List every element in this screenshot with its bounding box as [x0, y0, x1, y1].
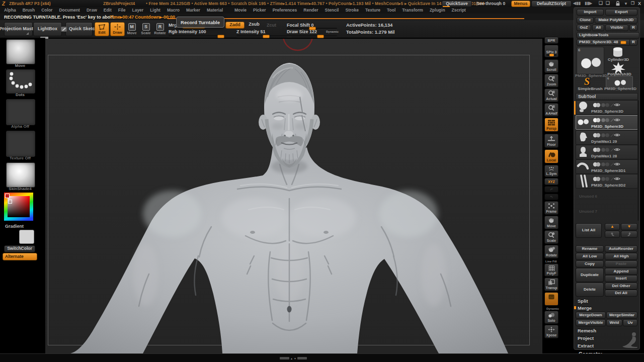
stroke-thumbnail[interactable]: [6, 69, 35, 94]
persp-button[interactable]: Persp: [544, 118, 558, 132]
cylinder3d-thumb[interactable]: [610, 47, 625, 58]
zadd-button[interactable]: Zadd: [225, 22, 245, 29]
bpr-button[interactable]: BPR: [544, 37, 558, 44]
rotate-view-button[interactable]: Rotate: [544, 245, 558, 258]
subtool-row-2[interactable]: PM3D_Sphere3D: [576, 115, 638, 130]
spin-right-button[interactable]: [544, 194, 558, 200]
divider-right-icon[interactable]: ▮▮▶: [585, 2, 592, 6]
current-tool-thumbnail[interactable]: 6: [577, 47, 604, 74]
insert-button[interactable]: Insert: [605, 275, 637, 282]
lock-icon[interactable]: [615, 1, 621, 7]
alpha-thumbnail[interactable]: [6, 99, 35, 125]
subtool-row-5[interactable]: PM3D_Sphere3D1: [576, 159, 638, 174]
menu-texture[interactable]: Texture: [365, 8, 380, 13]
subtool-shift-up-button[interactable]: [605, 231, 620, 238]
menu-preferences[interactable]: Preferences: [273, 8, 297, 13]
menu-transform[interactable]: Transform: [402, 8, 423, 13]
subtool-row-icons[interactable]: [592, 161, 620, 167]
subtool-header[interactable]: SubTool: [576, 93, 638, 100]
subtool-down-button[interactable]: ▼: [621, 223, 637, 230]
spin-left-button[interactable]: [544, 186, 558, 193]
gradient-label[interactable]: Gradient: [5, 224, 24, 229]
ghost-button[interactable]: Ghost: [544, 292, 558, 306]
draw-size-handle[interactable]: [317, 35, 324, 38]
color-swatch[interactable]: [19, 230, 34, 244]
copy-button[interactable]: Copy: [576, 260, 604, 267]
spix-button[interactable]: SPix 3: [544, 45, 558, 57]
solo-button[interactable]: Solo: [544, 311, 558, 324]
polyf-button[interactable]: PolyF: [544, 263, 558, 277]
menu-draw[interactable]: Draw: [87, 8, 97, 13]
local-button[interactable]: Local: [544, 149, 558, 163]
transp-button[interactable]: Transp: [544, 278, 558, 291]
xyz-button[interactable]: XYZ: [544, 178, 558, 185]
draw-size-label[interactable]: Draw Size 122: [287, 30, 317, 34]
remesh-section-header[interactable]: Remesh: [578, 328, 596, 333]
subtool-shift-down-button[interactable]: [621, 231, 637, 238]
all-low-button[interactable]: All Low: [576, 253, 604, 260]
sculpt-model[interactable]: [45, 39, 542, 353]
active-tool-handle[interactable]: [620, 41, 626, 44]
subtool-up-button[interactable]: ▲: [605, 223, 620, 230]
menu-render[interactable]: Render: [303, 8, 318, 13]
draw-button[interactable]: Draw: [110, 22, 125, 36]
subtool-row-icons[interactable]: [592, 147, 620, 153]
menu-zplugin[interactable]: Zplugin: [430, 8, 445, 13]
all-button[interactable]: All: [592, 25, 604, 31]
rgb-intensity-handle[interactable]: [217, 35, 224, 38]
menu-tool[interactable]: Tool: [387, 8, 395, 13]
visible-button[interactable]: Visible: [605, 25, 628, 31]
scale-button[interactable]: S Scale: [140, 23, 152, 35]
del-other-button[interactable]: Del Other: [605, 283, 637, 290]
split-section-header[interactable]: Split: [578, 299, 588, 304]
edit-button[interactable]: Edit: [95, 22, 109, 36]
menu-color[interactable]: Color: [41, 8, 52, 13]
auto-reorder-button[interactable]: AutoReorder: [605, 245, 637, 252]
menu-macro[interactable]: Macro: [167, 8, 180, 13]
clone-button[interactable]: Clone: [577, 17, 594, 24]
draw-size-slider[interactable]: [287, 35, 337, 37]
lsym-button[interactable]: L.Sym: [544, 165, 558, 177]
brush-thumbnail[interactable]: [6, 39, 35, 64]
list-all-button[interactable]: List All: [576, 223, 602, 238]
subtool-scrollbar[interactable]: [637, 100, 639, 221]
xpose-button[interactable]: Xpose: [544, 325, 558, 338]
menus-button[interactable]: Menus: [511, 1, 530, 7]
scale-view-button[interactable]: Scale: [544, 230, 558, 244]
subtool-row-4[interactable]: DynaWax1 28: [576, 145, 638, 159]
subtool-row-1[interactable]: PM3D_Sphere3D: [576, 100, 638, 115]
all-high-button[interactable]: All High: [605, 253, 637, 260]
menu-stroke[interactable]: Stroke: [345, 8, 358, 13]
restore-button[interactable]: ❐: [631, 2, 634, 6]
append-button[interactable]: Append: [605, 268, 637, 275]
menu-layer[interactable]: Layer: [132, 8, 143, 13]
close-button[interactable]: X: [638, 2, 641, 6]
store-ui-icon[interactable]: ❏: [599, 1, 603, 6]
subtool-row-6[interactable]: PM3D_Sphere3D2: [576, 174, 638, 189]
menu-edit[interactable]: Edit: [104, 8, 112, 13]
menu-zscript[interactable]: Zscript: [452, 8, 466, 13]
switch-color-button[interactable]: SwitchColor: [4, 245, 35, 252]
scroll-button[interactable]: Scroll: [544, 59, 558, 73]
menu-material[interactable]: Material: [207, 8, 223, 13]
color-picker[interactable]: [4, 193, 33, 221]
load-ui-icon[interactable]: ❏: [606, 1, 610, 6]
extract-section-header[interactable]: Extract: [578, 343, 594, 348]
import-button[interactable]: Import: [577, 9, 604, 16]
menu-document[interactable]: Document: [59, 8, 80, 13]
menu-picker[interactable]: Picker: [253, 8, 266, 13]
del-all-button[interactable]: Del All: [605, 290, 637, 297]
lightbox-tools-button[interactable]: Lightbox▸Tools: [577, 32, 639, 39]
floor-button[interactable]: Floor: [544, 134, 558, 148]
subtool-row-icons[interactable]: [592, 176, 620, 182]
project-section-header[interactable]: Project: [578, 336, 594, 341]
merge-visible-button[interactable]: MergeVisible: [576, 319, 606, 326]
simplebrush-thumb[interactable]: S: [584, 76, 590, 87]
r-button[interactable]: R: [629, 25, 637, 31]
divider-left-icon[interactable]: ◀▮▮: [573, 2, 581, 6]
paste-button[interactable]: Paste: [605, 260, 637, 267]
aahalf-button[interactable]: AAHalf: [544, 103, 558, 117]
menu-movie[interactable]: Movie: [234, 8, 247, 13]
move-button[interactable]: M Move: [126, 23, 138, 35]
tray-collapse-handle[interactable]: ▲ ▼: [280, 356, 307, 360]
